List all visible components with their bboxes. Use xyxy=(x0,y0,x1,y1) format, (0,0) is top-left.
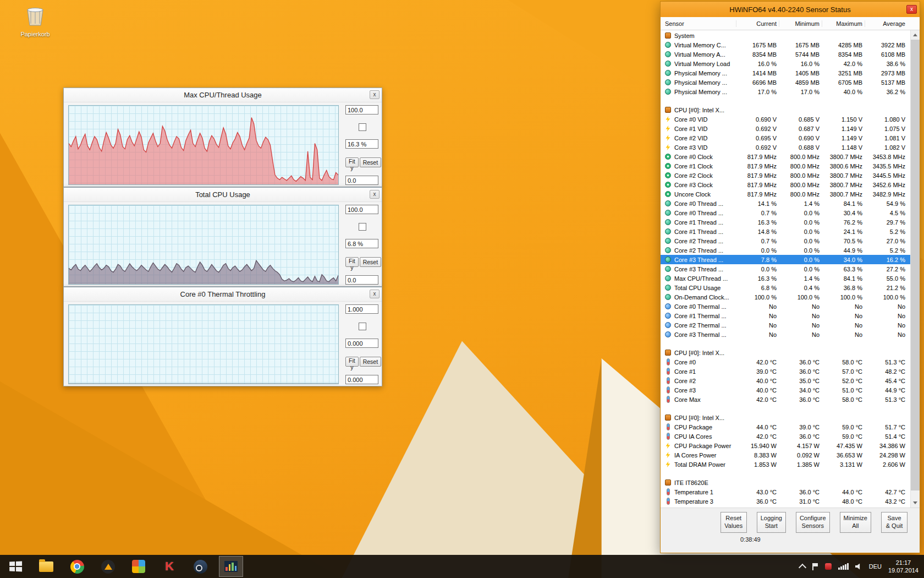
sensor-row[interactable]: Core #2 Thread ...0.0 %0.0 %44.9 %5.2 % xyxy=(665,246,908,255)
file-explorer-button[interactable] xyxy=(34,556,58,577)
sensor-row[interactable]: Core #0 Thermal ...NoNoNoNo xyxy=(665,302,908,311)
hwinfo-titlebar[interactable]: HWiNFO64 v4.40-2240 Sensor Status x xyxy=(661,2,920,17)
graph-window-titlebar[interactable]: Core #0 Thermal Throttling x xyxy=(64,287,382,302)
sensor-row[interactable]: Uncore Clock817.9 MHz800.0 MHz3800.7 MHz… xyxy=(665,189,908,199)
sensor-row[interactable]: Core #1 Thread ...16.3 %0.0 %76.2 %29.7 … xyxy=(665,217,908,227)
sensor-row[interactable]: Core #2 Clock817.9 MHz800.0 MHz3800.7 MH… xyxy=(665,171,908,180)
sensor-group-row[interactable]: System xyxy=(665,31,908,40)
current-value-input[interactable]: 6.8 % xyxy=(345,239,378,248)
show-hidden-icons-chevron-icon[interactable] xyxy=(799,563,806,571)
y-min-input[interactable]: 0.0 xyxy=(345,176,378,185)
kaspersky-tray-icon[interactable] xyxy=(825,563,832,570)
close-icon[interactable]: x xyxy=(370,190,380,199)
sensor-row[interactable]: Core #3 Thread ...7.8 %0.0 %34.0 %16.2 % xyxy=(661,255,910,264)
sensor-row[interactable]: Physical Memory ...17.0 %17.0 %40.0 %36.… xyxy=(665,87,908,96)
fit-y-button[interactable]: Fit y xyxy=(345,157,359,167)
current-value-input[interactable]: 0.000 xyxy=(345,339,378,348)
start-button[interactable] xyxy=(3,556,28,577)
clock[interactable]: 21:17 19.07.2014 xyxy=(888,559,919,575)
y-max-input[interactable]: 1.000 xyxy=(345,304,378,314)
sensor-row[interactable]: Core Max42.0 °C36.0 °C58.0 °C51.3 °C xyxy=(665,395,908,404)
sensor-row[interactable]: CPU Package44.0 °C39.0 °C59.0 °C51.7 °C xyxy=(665,422,908,432)
fit-y-button[interactable]: Fit y xyxy=(345,257,359,267)
logging-start-button[interactable]: Logging Start xyxy=(757,512,786,533)
reset-button[interactable]: Reset xyxy=(360,357,381,367)
sensor-row[interactable]: Core #0 Thread ...0.7 %0.0 %30.4 %4.5 % xyxy=(665,208,908,217)
current-value-input[interactable]: 16.3 % xyxy=(345,139,378,149)
close-icon[interactable]: x xyxy=(370,90,380,99)
checkbox[interactable] xyxy=(359,223,366,231)
sensor-group-row[interactable]: CPU [#0]: Intel X... xyxy=(665,348,908,357)
sensor-row[interactable]: IA Cores Power8.383 W0.092 W36.653 W24.2… xyxy=(665,450,908,460)
checkbox[interactable] xyxy=(359,123,366,131)
sensor-row[interactable]: Temperature 143.0 °C36.0 °C44.0 °C42.7 °… xyxy=(665,487,908,497)
sensor-row[interactable]: CPU Package Power15.940 W4.157 W47.435 W… xyxy=(665,441,908,450)
checkbox[interactable] xyxy=(359,323,366,330)
volume-icon[interactable] xyxy=(855,564,862,570)
reset-values-button[interactable]: Reset Values xyxy=(721,512,747,533)
graph-window-titlebar[interactable]: Total CPU Usage x xyxy=(64,188,382,202)
y-max-input[interactable]: 100.0 xyxy=(345,205,378,214)
sensor-row[interactable]: Virtual Memory A...8354 MB5744 MB8354 MB… xyxy=(665,50,908,59)
y-min-input[interactable]: 0.0 xyxy=(345,275,378,285)
reset-button[interactable]: Reset xyxy=(360,157,381,167)
sensor-row[interactable]: Total CPU Usage6.8 %0.4 %36.8 %21.2 % xyxy=(665,283,908,292)
fit-y-button[interactable]: Fit y xyxy=(345,357,359,367)
save-quit-button[interactable]: Save & Quit xyxy=(881,512,908,533)
column-header-maximum[interactable]: Maximum xyxy=(822,20,865,27)
column-header-sensor[interactable]: Sensor xyxy=(665,20,736,27)
sensor-row[interactable]: Core #0 Thread ...14.1 %1.4 %84.1 %54.9 … xyxy=(665,199,908,208)
sensor-row[interactable]: Core #0 Clock817.9 MHz800.0 MHz3800.7 MH… xyxy=(665,152,908,161)
sensor-row[interactable]: Core #1 Thermal ...NoNoNoNo xyxy=(665,311,908,320)
column-header-current[interactable]: Current xyxy=(736,20,779,27)
scrollbar[interactable] xyxy=(910,30,920,508)
sensor-row[interactable]: Total DRAM Power1.853 W1.385 W3.131 W2.6… xyxy=(665,460,908,469)
sensor-row[interactable]: Core #3 VID0.692 V0.688 V1.148 V1.082 V xyxy=(665,143,908,152)
sensor-row[interactable]: Core #2 Thermal ...NoNoNoNo xyxy=(665,320,908,330)
scrollbar-thumb[interactable] xyxy=(911,40,920,490)
sensor-row[interactable]: Physical Memory ...1414 MB1405 MB3251 MB… xyxy=(665,68,908,78)
sensor-row[interactable]: CPU IA Cores42.0 °C36.0 °C59.0 °C51.4 °C xyxy=(665,432,908,441)
steam-button[interactable] xyxy=(188,556,212,577)
configure-sensors-button[interactable]: Configure Sensors xyxy=(796,512,830,533)
sensor-group-row[interactable]: CPU [#0]: Intel X... xyxy=(665,105,908,114)
media-app-button[interactable] xyxy=(96,556,120,577)
sensor-row[interactable]: Core #240.0 °C35.0 °C52.0 °C45.4 °C xyxy=(665,376,908,385)
sensor-row[interactable]: Max CPU/Thread ...16.3 %1.4 %84.1 %55.0 … xyxy=(665,274,908,283)
sensor-row[interactable]: Core #042.0 °C36.0 °C58.0 °C51.3 °C xyxy=(665,357,908,367)
colorful-app-button[interactable] xyxy=(127,556,151,577)
sensor-row[interactable]: Core #0 VID0.690 V0.685 V1.150 V1.080 V xyxy=(665,114,908,124)
network-icon[interactable] xyxy=(838,563,849,570)
sensor-row[interactable]: Core #2 VID0.695 V0.690 V1.149 V1.081 V xyxy=(665,133,908,143)
sensor-row[interactable]: On-Demand Clock...100.0 %100.0 %100.0 %1… xyxy=(665,292,908,302)
close-icon[interactable]: x xyxy=(906,5,917,14)
action-center-flag-icon[interactable] xyxy=(812,563,818,570)
graph-window-titlebar[interactable]: Max CPU/Thread Usage x xyxy=(64,88,382,102)
y-max-input[interactable]: 100.0 xyxy=(345,105,378,114)
y-min-input[interactable]: 0.000 xyxy=(345,375,378,384)
scrollbar-down-arrow[interactable] xyxy=(911,498,920,508)
language-indicator[interactable]: DEU xyxy=(869,563,882,570)
sensor-row[interactable]: Virtual Memory Load16.0 %16.0 %42.0 %38.… xyxy=(665,59,908,68)
scrollbar-up-arrow[interactable] xyxy=(911,30,920,40)
hwinfo-taskbar-button[interactable] xyxy=(219,556,243,577)
sensor-row[interactable]: Core #3 Clock817.9 MHz800.0 MHz3800.7 MH… xyxy=(665,180,908,189)
sensor-row[interactable]: Physical Memory ...6696 MB4859 MB6705 MB… xyxy=(665,78,908,87)
sensor-row[interactable]: Temperature 336.0 °C31.0 °C48.0 °C43.2 °… xyxy=(665,497,908,506)
sensor-row[interactable]: Core #2 Thread ...0.7 %0.0 %70.5 %27.0 % xyxy=(665,236,908,246)
sensor-row[interactable]: Core #1 VID0.692 V0.687 V1.149 V1.075 V xyxy=(665,124,908,133)
sensor-row[interactable]: Virtual Memory C...1675 MB1675 MB4285 MB… xyxy=(665,40,908,50)
minimize-all-button[interactable]: Minimize All xyxy=(840,512,871,533)
column-header-average[interactable]: Average xyxy=(865,20,908,27)
close-icon[interactable]: x xyxy=(370,290,380,298)
sensor-row[interactable]: Core #1 Clock817.9 MHz800.0 MHz3800.6 MH… xyxy=(665,161,908,171)
sensor-group-row[interactable]: CPU [#0]: Intel X... xyxy=(665,413,908,422)
reset-button[interactable]: Reset xyxy=(360,257,381,267)
sensor-group-row[interactable]: ITE IT8620E xyxy=(665,478,908,487)
kaspersky-button[interactable]: K xyxy=(157,556,182,577)
recycle-bin[interactable]: Papierkorb xyxy=(14,4,56,37)
sensor-row[interactable]: Core #3 Thread ...0.0 %0.0 %63.3 %27.2 % xyxy=(665,264,908,274)
sensor-row[interactable]: Core #1 Thread ...14.8 %0.0 %24.1 %5.2 % xyxy=(665,227,908,236)
sensor-row[interactable]: Core #139.0 °C36.0 °C57.0 °C48.2 °C xyxy=(665,367,908,376)
chrome-button[interactable] xyxy=(65,556,89,577)
